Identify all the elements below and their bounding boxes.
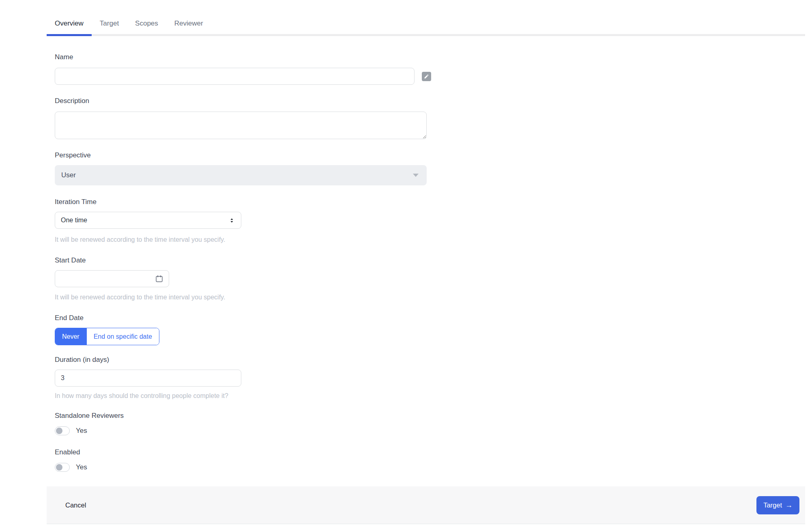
iteration-time-field-group: Iteration Time One time It will be renew…	[55, 197, 805, 244]
end-date-label: End Date	[55, 313, 805, 323]
iteration-time-value: One time	[61, 217, 87, 224]
start-date-helper: It will be renewed according to the time…	[55, 293, 805, 302]
description-label: Description	[55, 96, 805, 106]
description-field-group: Description	[55, 96, 805, 139]
edit-name-button[interactable]	[422, 72, 431, 81]
name-input[interactable]	[55, 68, 415, 85]
pencil-icon	[424, 74, 429, 79]
perspective-label: Perspective	[55, 151, 805, 160]
arrow-right-icon: →	[785, 501, 793, 509]
enabled-toggle-label: Yes	[76, 463, 87, 471]
iteration-time-label: Iteration Time	[55, 197, 805, 207]
tab-target[interactable]: Target	[92, 15, 127, 36]
duration-label: Duration (in days)	[55, 355, 805, 365]
name-field-group: Name	[55, 52, 805, 85]
start-date-input[interactable]	[55, 270, 169, 287]
perspective-value: User	[61, 171, 76, 179]
overview-form: Name Description Perspective User	[47, 36, 805, 472]
target-next-button-label: Target	[763, 501, 782, 509]
start-date-label: Start Date	[55, 256, 805, 265]
footer-action-bar: Cancel Target →	[47, 486, 805, 524]
enabled-field-group: Enabled Yes	[55, 447, 805, 472]
iteration-time-helper: It will be renewed according to the time…	[55, 235, 805, 244]
duration-input[interactable]	[55, 370, 241, 387]
chevron-down-icon	[413, 174, 419, 177]
end-date-option-never[interactable]: Never	[55, 328, 86, 345]
enabled-toggle[interactable]	[55, 463, 70, 472]
name-label: Name	[55, 52, 805, 62]
perspective-select: User	[55, 165, 427, 185]
iteration-time-select[interactable]: One time	[55, 212, 241, 229]
target-next-button[interactable]: Target →	[756, 496, 799, 514]
standalone-reviewers-toggle-label: Yes	[76, 427, 87, 435]
perspective-field-group: Perspective User	[55, 151, 805, 185]
standalone-reviewers-toggle[interactable]	[55, 426, 70, 435]
standalone-reviewers-label: Standalone Reviewers	[55, 411, 805, 421]
toggle-knob	[56, 464, 62, 471]
standalone-reviewers-field-group: Standalone Reviewers Yes	[55, 411, 805, 435]
start-date-field-group: Start Date It will be renewed according …	[55, 256, 805, 302]
description-textarea[interactable]	[55, 112, 427, 139]
end-date-field-group: End Date Never End on specific date	[55, 313, 805, 345]
duration-field-group: Duration (in days) In how many days shou…	[55, 355, 805, 400]
toggle-knob	[56, 428, 62, 434]
end-date-option-specific[interactable]: End on specific date	[86, 328, 159, 345]
tab-scopes[interactable]: Scopes	[127, 15, 166, 36]
enabled-label: Enabled	[55, 447, 805, 457]
page-container: Overview Target Scopes Reviewer Name Des…	[47, 0, 805, 524]
tab-overview[interactable]: Overview	[47, 15, 92, 36]
duration-helper: In how many days should the controlling …	[55, 391, 805, 400]
tab-bar: Overview Target Scopes Reviewer	[47, 0, 805, 36]
end-date-segmented-control: Never End on specific date	[55, 328, 159, 345]
calendar-icon[interactable]	[155, 275, 163, 283]
up-down-arrows-icon	[228, 217, 235, 224]
cancel-button[interactable]: Cancel	[65, 501, 86, 509]
tab-reviewer[interactable]: Reviewer	[166, 15, 211, 36]
